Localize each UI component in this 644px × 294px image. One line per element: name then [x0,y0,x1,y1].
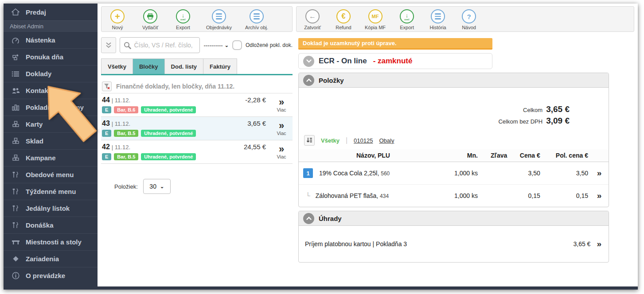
sidebar-item-label: Pokladňa a smeny [26,104,84,111]
chevron-down-icon: ⌄ [160,184,164,190]
toolbar: + Nový Vytlačiť ↓xml Export Objednávky [98,4,638,32]
help-button[interactable]: ? Návod [459,9,479,30]
document-list-panel: ---------- ⌄ Odložené pokl. dok. Všetky … [101,37,293,194]
chevron-up-icon [306,78,312,82]
sidebar-item-doklady[interactable]: Doklady [4,65,98,82]
sidebar-item-kampane[interactable]: Kampane [4,149,98,166]
more-button[interactable]: » Viac [272,96,291,113]
search-box [120,37,200,53]
search-input[interactable] [134,42,196,49]
item-plu: 434 [380,193,389,199]
sidebar-item-nastenka[interactable]: Nástenka [4,31,98,48]
history-button[interactable]: História [428,9,448,30]
tab-faktury[interactable]: Faktúry [203,58,237,74]
document-detail-panel: Doklad je uzamknutý proti úprave. ECR - … [298,38,634,263]
more-button[interactable]: » Viac [272,120,291,137]
expand-filters-button[interactable] [101,37,116,53]
link-packaging[interactable]: Obaly [379,137,394,144]
sidebar-item-tyzdenne-menu[interactable]: Týždenné menu [4,183,98,200]
toolbar-list-group: + Nový Vytlačiť ↓xml Export Objednávky [101,6,293,32]
link-all-items[interactable]: Všetky [321,137,340,144]
section-title: Úhrady [319,215,342,222]
item-detail-button[interactable]: » [597,191,602,200]
export-button[interactable]: ↓xml Export [173,9,193,30]
item-discount [480,185,509,207]
document-row[interactable]: 42 | 11.12. 24,55 € E Bar, B.5 Uhradené,… [101,140,293,164]
doc-number: 43 [102,120,110,128]
sort-button[interactable] [304,135,315,146]
clear-filter-button[interactable] [102,81,112,91]
back-arrow-icon: ← [305,9,320,23]
col-header-name: Názov, PLU [299,149,435,162]
status-badge: E [102,106,111,113]
sidebar-item-sklad[interactable]: Sklad [4,132,98,149]
tab-dod-listy[interactable]: Dod. listy [164,58,203,74]
app-window: Predaj Abiset Admin Nástenka Ponuka dňa … [4,4,638,290]
orders-archive-button[interactable]: Archív obj. [245,9,268,30]
collapse-toggle-button[interactable] [303,213,314,224]
col-header-price: Cena € [509,149,542,162]
close-button[interactable]: ← Zatvoriť [303,9,322,30]
payment-detail-button[interactable]: » [597,239,601,249]
sidebar-item-label: O prevádzke [26,272,65,279]
link-document-number[interactable]: 010125 [354,137,373,144]
sidebar-item-zariadenia[interactable]: Zariadenia [4,250,98,267]
collapse-toggle-button[interactable] [303,75,314,86]
payment-row[interactable]: Príjem platobnou kartou | Pokladňa 3 3,6… [299,226,609,262]
sidebar-item-label: Kampane [26,154,56,162]
funnel-clear-icon [104,83,110,89]
button-label: Zatvoriť [304,25,321,30]
payment-amount: 3,65 € [573,240,590,248]
print-button[interactable]: Vytlačiť [141,9,160,30]
sidebar-item-jedalny-listok[interactable]: Jedálny lístok [4,200,98,217]
sidebar-item-kontakty[interactable]: Kontakty [4,82,98,99]
item-qty: 1,000 [454,192,470,199]
new-button[interactable]: + Nový [108,9,127,30]
doc-amount: 24,55 € [244,143,272,151]
sidebar-item-donaska[interactable]: Donáška [4,217,98,233]
tab-blocky[interactable]: Bločky [133,58,164,74]
item-discount [480,162,509,185]
sidebar-item-karty[interactable]: Karty [4,116,98,132]
copy-mf-button[interactable]: MF Kópia MF [365,9,386,30]
page-size-value: 30 [149,183,156,190]
sidebar-item-label: Miestnosti a stoly [26,238,82,246]
export-detail-button[interactable]: ↓xml Export [397,9,417,30]
sidebar-item-o-prevadzke[interactable]: O prevádzke [4,267,98,284]
sidebar-item-pokladna-a-smeny[interactable]: Pokladňa a smeny [4,99,98,116]
filter-dropdown[interactable]: ---------- ⌄ [203,42,229,49]
sidebar-item-miestnosti-a-stoly[interactable]: Miestnosti a stoly [4,233,98,250]
filter-info-row: Finančné doklady, len bločky, dňa 11.12. [102,81,293,91]
more-label: Viac [277,107,286,112]
ecr-locked-status: - zamknuté [373,57,413,66]
item-detail-button[interactable]: » [597,168,602,178]
page-size-label: Položiek: [114,183,138,190]
more-label: Viac [277,154,286,159]
sub-item-indicator-icon: └ [306,192,310,199]
item-row[interactable]: 1 19% Coca Cola 2,25l, 560 1,000 ks 3,50… [299,162,609,185]
blocks-icon [10,121,21,128]
orders-button[interactable]: Objednávky [206,9,232,30]
sidebar-item-predaj[interactable]: Predaj [4,4,98,20]
cutlery-icon [10,205,21,212]
home-icon [10,8,21,15]
doc-number: 44 [102,96,110,104]
sidebar-item-obedove-menu[interactable]: Obedové menu [4,166,98,183]
total-label: Celkom [523,106,543,114]
document-row-selected[interactable]: 43 | 11.12. 3,65 € E Bar, B.5 Uhradené, … [101,116,293,140]
tab-vsetky[interactable]: Všetky [101,58,133,74]
deferred-docs-checkbox[interactable] [232,40,242,50]
double-chevron-right-icon: » [279,97,284,107]
more-button[interactable]: » Viac [272,143,291,160]
sidebar-item-label: Sklad [26,137,43,145]
sidebar-item-label: Týždenné menu [26,188,76,195]
collapse-toggle-button[interactable] [303,56,314,67]
document-row[interactable]: 44 | 11.12. -2,28 € E Bar, B.6 Uhradené,… [101,93,293,116]
item-qty: 1,000 [454,170,470,177]
item-row-sub[interactable]: └ Zálohovaná PET flaša, 434 1,000 ks 0,1… [299,185,609,207]
sidebar-item-ponuka-dna[interactable]: Ponuka dňa [4,48,98,65]
page-size-select[interactable]: 30 ⌄ [143,179,171,194]
refund-button[interactable]: € Refund [334,9,353,30]
payment-method: Príjem platobnou kartou | Pokladňa 3 [305,240,407,248]
link-separator: | [346,136,347,144]
